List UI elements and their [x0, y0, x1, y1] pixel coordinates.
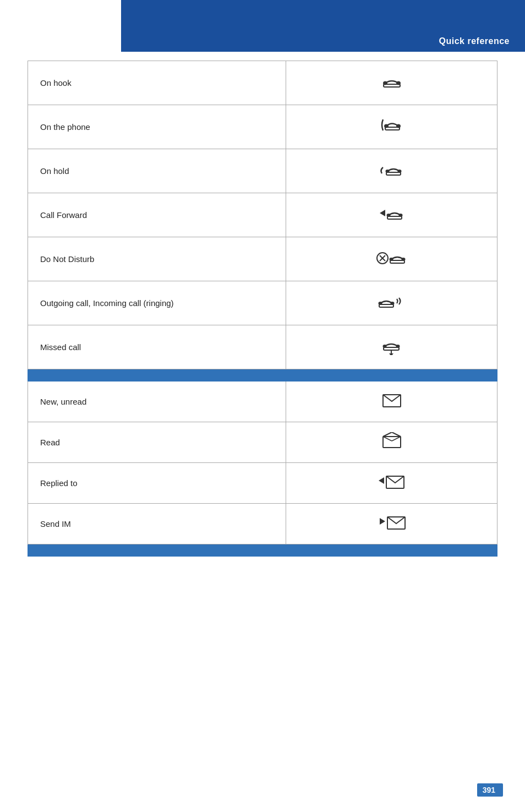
table-row: Call Forward: [28, 193, 497, 237]
section-divider: [28, 369, 497, 382]
svg-point-21: [390, 302, 394, 305]
missed-call-icon: [380, 335, 404, 355]
svg-marker-33: [380, 518, 385, 525]
main-content: On hook On the phone: [28, 61, 497, 557]
row-label: On hold: [28, 149, 286, 193]
table-row: Send IM: [28, 504, 497, 544]
svg-rect-6: [386, 172, 401, 175]
new-unread-icon: [382, 391, 402, 408]
svg-marker-9: [380, 210, 385, 216]
svg-point-2: [396, 81, 401, 85]
row-icon: [286, 463, 497, 504]
svg-rect-22: [384, 347, 399, 350]
table-row: On hold: [28, 149, 497, 193]
svg-point-1: [383, 81, 387, 85]
svg-rect-19: [379, 304, 393, 307]
table-row: On hook: [28, 61, 497, 105]
svg-marker-26: [389, 353, 393, 355]
row-icon: [286, 61, 497, 105]
table-row: On the phone: [28, 105, 497, 149]
svg-point-5: [396, 124, 401, 128]
svg-point-17: [389, 258, 393, 261]
row-icon: [286, 382, 497, 422]
row-label: Read: [28, 422, 286, 463]
row-label: Call Forward: [28, 193, 286, 237]
call-forward-icon: [378, 203, 406, 223]
svg-line-29: [383, 437, 392, 441]
table-row: Do Not Disturb: [28, 237, 497, 281]
row-label: Missed call: [28, 325, 286, 369]
svg-point-11: [386, 214, 390, 217]
on-hold-icon: [379, 159, 405, 179]
row-label: Do Not Disturb: [28, 237, 286, 281]
read-icon: [382, 432, 402, 449]
svg-rect-10: [387, 216, 402, 219]
divider-cell-bottom: [28, 544, 497, 557]
section-divider-bottom: [28, 544, 497, 557]
table-row: Replied to: [28, 463, 497, 504]
svg-point-8: [397, 170, 401, 173]
svg-point-7: [385, 170, 389, 173]
svg-point-12: [398, 214, 402, 217]
table-row: Missed call: [28, 325, 497, 369]
row-label: On hook: [28, 61, 286, 105]
svg-line-30: [392, 437, 401, 441]
ringing-icon: [376, 291, 408, 311]
row-label: Outgoing call, Incoming call (ringing): [28, 281, 286, 325]
row-icon: [286, 422, 497, 463]
page-number: 391: [477, 783, 503, 797]
svg-rect-16: [390, 260, 404, 263]
table-row: Outgoing call, Incoming call (ringing): [28, 281, 497, 325]
svg-point-24: [396, 345, 400, 348]
svg-point-23: [382, 345, 386, 348]
on-phone-icon: [380, 115, 404, 135]
dnd-icon: [376, 247, 408, 267]
row-icon: [286, 281, 497, 325]
svg-point-18: [401, 258, 405, 261]
page-title: Quick reference: [439, 36, 510, 46]
divider-cell: [28, 369, 497, 382]
row-label: On the phone: [28, 105, 286, 149]
row-icon: [286, 105, 497, 149]
row-label: Replied to: [28, 463, 286, 504]
row-icon: [286, 149, 497, 193]
row-label: Send IM: [28, 504, 286, 544]
reference-table: On hook On the phone: [28, 61, 497, 557]
row-icon: [286, 504, 497, 544]
row-icon: [286, 237, 497, 281]
row-label: New, unread: [28, 382, 286, 422]
send-im-icon: [378, 514, 406, 530]
row-icon: [286, 325, 497, 369]
on-hook-icon: [381, 71, 403, 91]
row-icon: [286, 193, 497, 237]
header-bar: Quick reference: [121, 0, 525, 52]
replied-icon: [378, 473, 406, 489]
svg-point-4: [384, 124, 389, 128]
table-row: New, unread: [28, 382, 497, 422]
table-row: Read: [28, 422, 497, 463]
svg-marker-31: [379, 477, 384, 484]
svg-point-20: [378, 302, 382, 305]
